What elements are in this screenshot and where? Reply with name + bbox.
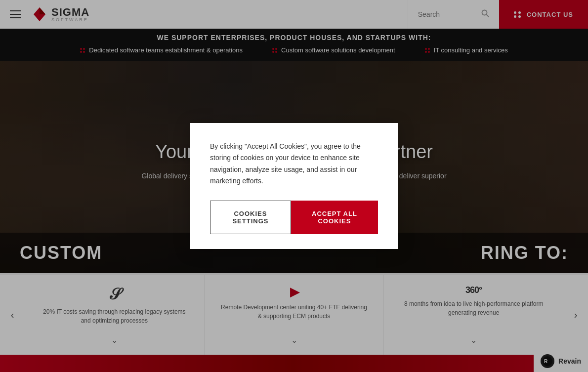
accept-all-cookies-button[interactable]: ACCEPT ALL COOKIES (291, 201, 378, 234)
cookies-settings-button[interactable]: COOKIES SETTINGS (210, 201, 291, 234)
cookie-modal-text: By clicking "Accept All Cookies", you ag… (210, 141, 378, 186)
cookie-modal: By clicking "Accept All Cookies", you ag… (190, 123, 398, 248)
cookie-modal-buttons: COOKIES SETTINGS ACCEPT ALL COOKIES (210, 201, 378, 234)
cookie-modal-overlay: By clicking "Accept All Cookies", you ag… (0, 0, 588, 372)
